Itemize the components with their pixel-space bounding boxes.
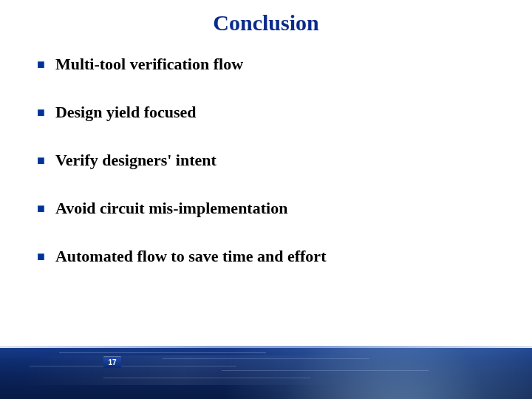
page-number: 17 <box>103 356 121 368</box>
slide-content: ■ Multi-tool verification flow ■ Design … <box>0 41 532 266</box>
bullet-text: Multi-tool verification flow <box>55 55 243 74</box>
bullet-item: ■ Verify designers' intent <box>37 151 495 170</box>
square-bullet-icon: ■ <box>37 103 45 122</box>
bullet-text: Avoid circuit mis-implementation <box>55 199 288 218</box>
slide-title: Conclusion <box>0 0 532 41</box>
bullet-item: ■ Design yield focused <box>37 103 495 122</box>
square-bullet-icon: ■ <box>37 247 45 266</box>
bullet-text: Verify designers' intent <box>55 151 216 170</box>
bullet-text: Automated flow to save time and effort <box>55 247 327 266</box>
bullet-item: ■ Automated flow to save time and effort <box>37 247 495 266</box>
footer-background <box>0 348 532 399</box>
bullet-item: ■ Avoid circuit mis-implementation <box>37 199 495 218</box>
bullet-text: Design yield focused <box>55 103 197 122</box>
square-bullet-icon: ■ <box>37 199 45 218</box>
bullet-item: ■ Multi-tool verification flow <box>37 55 495 74</box>
square-bullet-icon: ■ <box>37 151 45 170</box>
square-bullet-icon: ■ <box>37 55 45 74</box>
slide-footer: 17 <box>0 346 532 399</box>
